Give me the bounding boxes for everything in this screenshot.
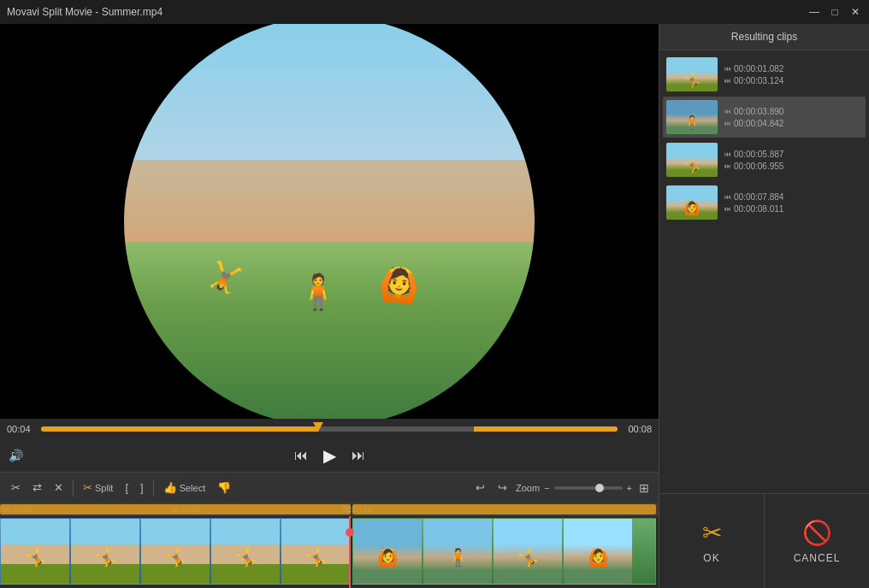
clip-start-time-2: 00:00:03.890	[734, 107, 783, 116]
zoom-area: ↩ ↪ Zoom − + ⊞	[471, 479, 652, 497]
clip-result-4[interactable]: 🙆 ⏮ 00:00:07.884 ⏭ 00:00:08.011	[663, 182, 866, 223]
grid-button[interactable]: ⊞	[636, 479, 652, 497]
rewind-button[interactable]: ⏮	[291, 444, 311, 467]
ruler-clip-2	[352, 504, 656, 514]
end-time-icon-1: ⏭	[724, 77, 731, 85]
clips-header: Resulting clips	[659, 24, 869, 50]
clip-start-time-1: 00:00:01.082	[734, 64, 783, 74]
titlebar-controls: — □ ✕	[807, 6, 862, 18]
clip-result-1[interactable]: 🤸 ⏮ 00:00:01.082 ⏭ 00:00:03.124	[663, 54, 866, 95]
volume-icon[interactable]: 🔊	[9, 449, 23, 462]
right-panel: Resulting clips 🤸 ⏮ 00:00:01.082 ⏭ 00:00…	[659, 24, 869, 588]
clip-time-4a: ⏮ 00:00:07.884	[724, 192, 783, 202]
cancel-button[interactable]: 🚫 CANCEL	[765, 494, 869, 588]
select-button[interactable]: 👍 Select	[159, 479, 210, 497]
timeline-clip-1[interactable]: 🤸 🤸 🤸 🤸 🤸	[0, 518, 351, 585]
clip-info-4: ⏮ 00:00:07.884 ⏭ 00:00:08.011	[724, 192, 783, 214]
clip-thumb-2: 🧍	[666, 100, 718, 134]
frame-1b: 🤸	[71, 519, 139, 584]
clip-time-1a: ⏮ 00:00:01.082	[724, 64, 783, 74]
start-time-icon-3: ⏮	[724, 150, 731, 158]
start-time-icon-4: ⏮	[724, 193, 731, 201]
time-end: 00:08	[624, 424, 652, 434]
main-layout: 🤸 🧍 🙆 00:04 00:08 🔊 ⏮ ▶	[0, 24, 869, 588]
thumbsup-icon: 👍	[163, 481, 177, 494]
clip-start-time-4: 00:00:07.884	[734, 192, 783, 202]
fast-forward-button[interactable]: ⏭	[348, 444, 369, 467]
end-time-icon-4: ⏭	[724, 205, 731, 213]
transport-center: ⏮ ▶ ⏭	[291, 442, 369, 469]
clip-end-time-1: 00:00:03.124	[734, 76, 783, 85]
volume-control: 🔊	[9, 449, 23, 462]
video-preview: 🤸 🧍 🙆	[0, 24, 659, 419]
end-time-icon-3: ⏭	[724, 162, 731, 170]
end-time-icon-2: ⏭	[724, 120, 731, 127]
select-label: Select	[180, 483, 206, 493]
undo-button[interactable]: ↩	[471, 479, 489, 497]
tool-move-button[interactable]: ⇄	[28, 479, 46, 497]
clip-start-time-3: 00:00:05.887	[734, 150, 783, 159]
figure-1: 🤸	[204, 256, 248, 298]
toolbar-separator-1	[73, 479, 74, 497]
timeline-tracks: 🤸 🤸 🤸 🤸 🤸 🙆 🧍 🤸 🙆	[0, 516, 659, 588]
zoom-label: Zoom	[516, 483, 540, 493]
progress-fill-right	[474, 426, 618, 432]
tool-crop-button[interactable]: ✂	[7, 479, 25, 497]
timeline-clip-2[interactable]: 🙆 🧍 🤸 🙆	[352, 518, 656, 585]
bottom-actions: ✂ OK 🚫 CANCEL	[659, 493, 869, 588]
frame-1d: 🤸	[211, 519, 280, 584]
start-time-icon-1: ⏮	[724, 65, 731, 73]
clips-list: 🤸 ⏮ 00:00:01.082 ⏭ 00:00:03.124 🧍	[659, 50, 869, 493]
ok-button[interactable]: ✂ OK	[659, 494, 765, 588]
toolbar-separator-2	[153, 479, 154, 497]
frame-2c: 🤸	[494, 519, 562, 584]
cancel-icon: 🚫	[802, 519, 832, 547]
zoom-slider[interactable]	[554, 486, 623, 490]
deselect-button[interactable]: 👎	[213, 479, 235, 497]
playhead[interactable]	[349, 516, 351, 588]
progress-area: 00:04 00:08	[0, 419, 659, 439]
play-button[interactable]: ▶	[320, 442, 340, 469]
scissors-ok-icon: ✂	[702, 519, 722, 547]
bracket-open-button[interactable]: [	[121, 479, 133, 497]
split-label: Split	[95, 483, 113, 493]
clip-2-frames: 🙆 🧍 🤸 🙆	[353, 519, 655, 584]
zoom-in-icon[interactable]: +	[627, 483, 632, 493]
zoom-thumb	[595, 484, 604, 492]
redo-button[interactable]: ↪	[494, 479, 511, 497]
clip-thumb-4: 🙆	[666, 185, 718, 220]
clip-result-3[interactable]: 🤸 ⏮ 00:00:05.887 ⏭ 00:00:06.955	[663, 139, 866, 180]
clip-time-3a: ⏮ 00:00:05.887	[724, 150, 783, 159]
maximize-button[interactable]: □	[828, 6, 842, 18]
titlebar-title: Movavi Split Movie - Summer.mp4	[7, 6, 163, 18]
bracket-close-button[interactable]: ]	[136, 479, 148, 497]
clip-1-frames: 🤸 🤸 🤸 🤸 🤸	[1, 519, 350, 584]
frame-2d: 🙆	[564, 519, 632, 584]
progress-bar[interactable]	[41, 426, 618, 432]
timeline-ruler: 00:00:00 00:00:03 00:00:06	[0, 503, 659, 516]
time-start: 00:04	[7, 424, 34, 434]
minimize-button[interactable]: —	[807, 6, 821, 18]
close-button[interactable]: ✕	[848, 6, 862, 18]
split-button[interactable]: ✂ Split	[79, 479, 117, 497]
figure-3: 🙆	[377, 264, 421, 305]
tool-delete-button[interactable]: ✕	[50, 479, 68, 497]
left-panel: 🤸 🧍 🙆 00:04 00:08 🔊 ⏮ ▶	[0, 24, 659, 588]
transport-controls: 🔊 ⏮ ▶ ⏭	[0, 439, 659, 472]
progress-playhead-arrow	[313, 422, 323, 432]
frame-1e: 🤸	[281, 519, 350, 584]
clip-time-2b: ⏭ 00:00:04.842	[724, 119, 783, 128]
clip-end-time-2: 00:00:04.842	[734, 119, 783, 128]
clip-info-2: ⏮ 00:00:03.890 ⏭ 00:00:04.842	[724, 107, 783, 128]
frame-2a: 🙆	[353, 519, 422, 584]
clip-result-2[interactable]: 🧍 ⏮ 00:00:03.890 ⏭ 00:00:04.842	[663, 97, 866, 138]
zoom-out-icon[interactable]: −	[544, 483, 549, 493]
video-circle: 🤸 🧍 🙆	[124, 24, 535, 419]
toolbar: ✂ ⇄ ✕ ✂ Split [ ] 👍 Select 👎 ↩ ↪ Zoom −	[0, 472, 659, 503]
titlebar: Movavi Split Movie - Summer.mp4 — □ ✕	[0, 0, 869, 24]
clip-time-4b: ⏭ 00:00:08.011	[724, 204, 783, 214]
clip-info-1: ⏮ 00:00:01.082 ⏭ 00:00:03.124	[724, 64, 783, 85]
video-track: 🤸 🤸 🤸 🤸 🤸 🙆 🧍 🤸 🙆	[0, 516, 659, 588]
clip-info-3: ⏮ 00:00:05.887 ⏭ 00:00:06.955	[724, 150, 783, 171]
clip-time-2a: ⏮ 00:00:03.890	[724, 107, 783, 116]
